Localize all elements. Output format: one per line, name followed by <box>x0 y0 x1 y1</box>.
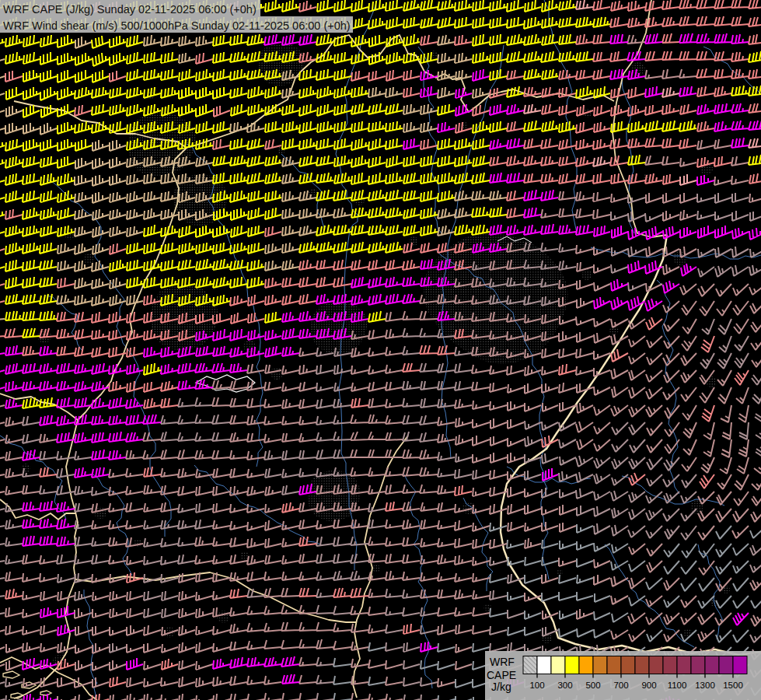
svg-text:CAPE: CAPE <box>487 669 516 681</box>
svg-text:500: 500 <box>585 681 600 690</box>
svg-text:WRF Wind shear (m/s) 500/1000h: WRF Wind shear (m/s) 500/1000hPa Sunday … <box>3 19 351 32</box>
svg-text:100: 100 <box>529 681 544 690</box>
svg-text:WRF CAPE (J/kg) Sunday 02-11-2: WRF CAPE (J/kg) Sunday 02-11-2025 06:00 … <box>3 3 257 16</box>
svg-text:1100: 1100 <box>668 681 687 690</box>
svg-text:300: 300 <box>557 681 572 690</box>
svg-text:900: 900 <box>641 681 656 690</box>
svg-text:1300: 1300 <box>695 681 715 690</box>
svg-text:J/kg: J/kg <box>491 681 511 693</box>
svg-text:1500: 1500 <box>723 681 743 690</box>
svg-text:700: 700 <box>613 681 628 690</box>
svg-text:WRF: WRF <box>490 656 515 668</box>
